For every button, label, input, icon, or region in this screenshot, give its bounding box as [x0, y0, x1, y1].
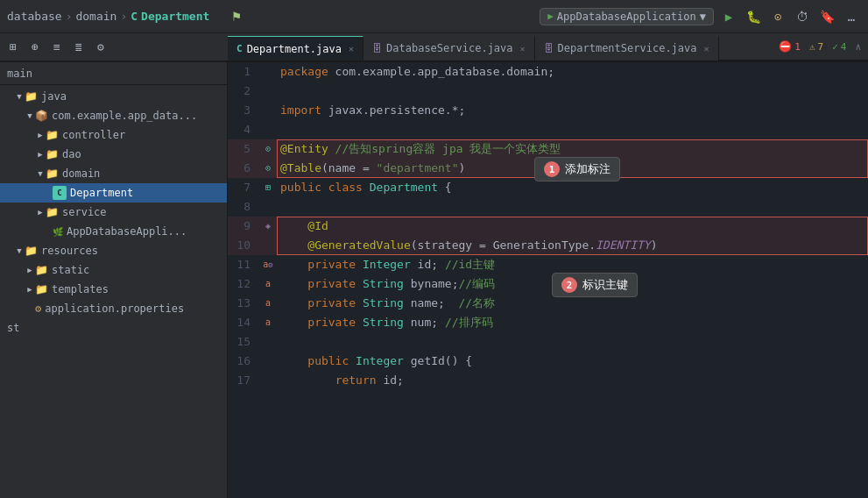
folder-templates-icon: 📁 [35, 283, 48, 295]
gutter-11: a ⚙ [259, 255, 277, 274]
error-number: 1 [794, 41, 801, 53]
profile-button[interactable]: ⏱ [793, 7, 812, 26]
breadcrumb-database[interactable]: database [7, 10, 62, 23]
tab-deptservice-close[interactable]: ✕ [704, 44, 709, 53]
tab-dbservice[interactable]: 🗄 DatabaseService.java ✕ [363, 36, 535, 60]
gutter-db-icon-7[interactable]: ⊞ [265, 178, 271, 197]
collapse-icon[interactable]: ∧ [855, 41, 861, 53]
folder-controller-icon: 📁 [46, 129, 59, 141]
sidebar-item-controller[interactable]: ▶ 📁 controller [0, 125, 227, 145]
line-content-14: private String num; //排序码 [277, 313, 868, 332]
line-num-1: 1 [228, 62, 259, 82]
gutter-a-14[interactable]: a [265, 313, 271, 332]
arrow-java: ▼ [14, 92, 25, 101]
folder-service-icon: 📁 [46, 206, 59, 218]
arrow-templates: ▶ [25, 285, 35, 294]
tab-deptservice-icon: 🗄 [544, 43, 554, 54]
settings-icon[interactable]: ⚙ [91, 38, 110, 57]
tab-department-close[interactable]: ✕ [349, 44, 354, 53]
gutter-14: a [259, 313, 277, 332]
gutter-12: a [259, 274, 277, 294]
sidebar-item-static[interactable]: ▶ 📁 static [0, 260, 227, 280]
coverage-button[interactable]: ⊙ [768, 7, 787, 26]
arrow-controller: ▶ [35, 131, 46, 139]
code-line-16: 16 public Integer getId() { [228, 352, 868, 371]
breadcrumb-department[interactable]: Department [141, 10, 209, 23]
tab-department[interactable]: C Department.java ✕ [228, 36, 363, 60]
breadcrumb-domain[interactable]: domain [75, 10, 116, 23]
gutter-settings-11[interactable]: ⚙ [268, 255, 272, 274]
sidebar-item-service[interactable]: ▶ 📁 service [0, 203, 227, 222]
sidebar-item-static-label: static [52, 264, 89, 276]
gutter-db-icon-5[interactable]: ⊙ [265, 139, 271, 159]
edit-icon[interactable]: ⚑ [232, 8, 241, 25]
tab-department-icon: C [236, 43, 243, 54]
breadcrumb-icon: C [131, 10, 138, 23]
line-num-10: 10 [228, 236, 259, 255]
sidebar-item-app-label: AppDatabaseAppli... [67, 225, 187, 238]
folder-resources-icon: 📁 [25, 245, 38, 257]
line-num-5: 5 [228, 139, 259, 159]
run-config-arrow: ▼ [700, 11, 706, 23]
run-config-selector[interactable]: ▶ AppDatabaseApplication ▼ [540, 8, 714, 25]
sidebar-item-controller-label: controller [62, 129, 125, 141]
collapse-icon[interactable]: ≡ [47, 38, 67, 57]
bookmark-button[interactable]: 🔖 [817, 7, 836, 26]
sort-icon[interactable]: ≣ [69, 38, 88, 57]
arrow-dao: ▶ [35, 150, 46, 159]
line-num-16: 16 [228, 352, 259, 371]
tab-dbservice-close[interactable]: ✕ [520, 44, 526, 53]
gutter-db-icon-6[interactable]: ⊙ [265, 159, 271, 178]
app-icon: 🌿 [53, 227, 63, 237]
sidebar-item-templates[interactable]: ▶ 📁 templates [0, 280, 227, 299]
tab-deptservice-label: DepartmentService.java [558, 42, 697, 54]
tooltip1-num: 1 [549, 164, 555, 175]
code-editor[interactable]: 1 package com.example.app_database.domai… [228, 62, 868, 498]
code-line-2: 2 [228, 82, 868, 101]
gutter-diamond-9[interactable]: ◈ [265, 217, 271, 236]
gutter-a-12[interactable]: a [265, 274, 271, 294]
tooltip-primary-key: 2 标识主键 [552, 273, 638, 297]
sidebar-item-app[interactable]: 🌿 AppDatabaseAppli... [0, 222, 227, 241]
line-num-8: 8 [228, 197, 259, 217]
main-layout: main ▼ 📁 java ▼ 📦 com.example.app_data..… [0, 62, 868, 498]
sidebar-item-st[interactable]: st [0, 318, 227, 338]
tooltip2-badge: 2 [561, 277, 577, 293]
breadcrumb-sep1: › [66, 10, 73, 23]
expand-icon[interactable]: ⊕ [25, 38, 45, 57]
breadcrumb-sep2: › [120, 10, 127, 23]
sidebar-item-application-props[interactable]: ⚙ application.properties [0, 299, 227, 318]
gutter-a-13[interactable]: a [265, 294, 271, 313]
run-button[interactable]: ▶ [719, 7, 738, 26]
sidebar: main ▼ 📁 java ▼ 📦 com.example.app_data..… [0, 62, 228, 498]
sidebar-item-java[interactable]: ▼ 📁 java [0, 87, 227, 106]
arrow-static: ▶ [25, 266, 35, 274]
sidebar-item-domain-label: domain [62, 167, 100, 180]
sidebar-item-dao-label: dao [62, 148, 81, 160]
more-button[interactable]: … [842, 7, 861, 26]
sidebar-item-com-example[interactable]: ▼ 📦 com.example.app_data... [0, 106, 227, 125]
sidebar-root-label: main [7, 68, 32, 80]
code-line-13: 13 a private String name; //名称 [228, 294, 868, 313]
package-icon: 📦 [35, 110, 48, 122]
debug-button[interactable]: 🐛 [744, 7, 763, 26]
sidebar-item-resources[interactable]: ▼ 📁 resources [0, 241, 227, 260]
editor-tabs: C Department.java ✕ 🗄 DatabaseService.ja… [228, 33, 868, 61]
layout-icon[interactable]: ⊞ [4, 38, 23, 57]
code-line-12: 12 a private String byname;//编码 [228, 274, 868, 294]
line-content-2 [277, 82, 868, 101]
error-bar: ⛔ 1 ⚠ 7 ✓ 4 ∧ [719, 33, 868, 60]
sidebar-item-props-label: application.properties [45, 302, 184, 315]
code-line-15: 15 [228, 332, 868, 352]
line-num-11: 11 [228, 255, 259, 274]
sidebar-item-dao[interactable]: ▶ 📁 dao [0, 145, 227, 164]
line-num-14: 14 [228, 313, 259, 332]
code-line-8: 8 [228, 197, 868, 217]
tooltip2-num: 2 [567, 280, 573, 291]
sidebar-item-department[interactable]: C Department [0, 183, 227, 203]
sidebar-item-domain[interactable]: ▼ 📁 domain [0, 164, 227, 183]
code-line-10: 10 @GeneratedValue(strategy = Generation… [228, 236, 868, 255]
folder-static-icon: 📁 [35, 264, 48, 276]
tab-deptservice[interactable]: 🗄 DepartmentService.java ✕ [535, 36, 719, 60]
breadcrumb: database › domain › C Department [7, 10, 209, 23]
